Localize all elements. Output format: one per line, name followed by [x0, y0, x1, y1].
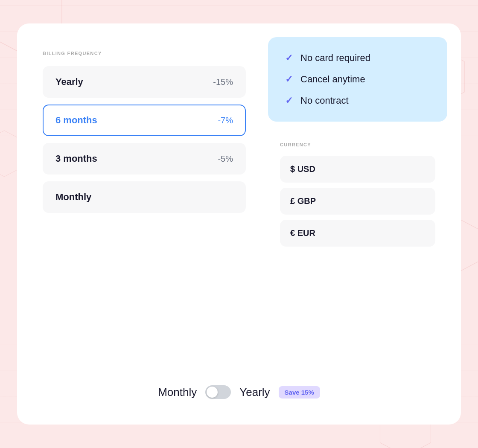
benefit-item-no-contract: ✓ No contract — [285, 95, 430, 106]
currency-section-label: CURRENCY — [280, 142, 435, 147]
billing-toggle[interactable] — [205, 385, 231, 399]
check-icon-2: ✓ — [285, 74, 293, 85]
billing-option-6months[interactable]: 6 months -7% — [43, 105, 246, 136]
benefit-text-3: No contract — [300, 95, 349, 106]
billing-panel: BILLING FREQUENCY Yearly -15% 6 months -… — [31, 37, 258, 363]
benefit-item-no-card: ✓ No card required — [285, 52, 430, 64]
right-column: ✓ No card required ✓ Cancel anytime ✓ No… — [268, 37, 447, 363]
billing-option-3months-name: 3 months — [55, 153, 207, 164]
benefit-text-2: Cancel anytime — [300, 74, 365, 85]
benefit-item-cancel: ✓ Cancel anytime — [285, 74, 430, 85]
toggle-knob — [207, 387, 218, 398]
currency-option-usd[interactable]: $ USD — [280, 156, 435, 183]
check-icon-3: ✓ — [285, 95, 293, 106]
billing-option-3months-discount: -5% — [218, 154, 233, 164]
billing-option-yearly-discount: -15% — [213, 77, 233, 87]
billing-section-label: BILLING FREQUENCY — [43, 51, 246, 56]
check-icon-1: ✓ — [285, 52, 293, 64]
benefit-text-1: No card required — [300, 52, 370, 64]
billing-option-yearly[interactable]: Yearly -15% — [43, 66, 246, 98]
currency-option-gbp[interactable]: £ GBP — [280, 188, 435, 215]
billing-option-6months-name: 6 months — [55, 115, 207, 126]
save-badge: Save 15% — [279, 386, 320, 399]
billing-option-yearly-name: Yearly — [55, 76, 203, 87]
benefits-card: ✓ No card required ✓ Cancel anytime ✓ No… — [268, 37, 447, 122]
billing-option-3months[interactable]: 3 months -5% — [43, 143, 246, 175]
currency-card: CURRENCY $ USD £ GBP € EUR — [268, 130, 447, 259]
currency-option-eur[interactable]: € EUR — [280, 220, 435, 247]
main-card: BILLING FREQUENCY Yearly -15% 6 months -… — [17, 23, 461, 425]
billing-option-6months-discount: -7% — [218, 116, 233, 125]
billing-option-monthly[interactable]: Monthly — [43, 181, 246, 213]
monthly-toggle-label: Monthly — [158, 386, 197, 399]
main-content: BILLING FREQUENCY Yearly -15% 6 months -… — [31, 37, 447, 363]
bottom-toggle-bar: Monthly Yearly Save 15% — [31, 373, 447, 411]
yearly-toggle-label: Yearly — [239, 386, 270, 399]
billing-option-monthly-name: Monthly — [55, 192, 223, 203]
